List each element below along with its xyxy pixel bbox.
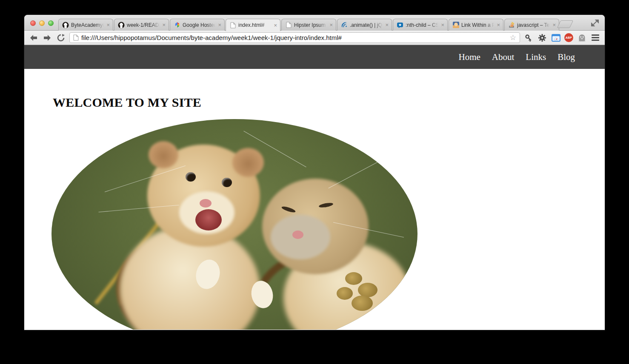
tab-week1-readme[interactable]: week-1/READM ×	[114, 19, 169, 31]
seed-cluster	[358, 283, 377, 297]
tab-title: javascript – Tes	[517, 22, 550, 28]
tab-hipster-ipsum[interactable]: Hipster Ipsum | ×	[281, 19, 336, 31]
left-mouse-eye	[222, 178, 232, 187]
settings-gear-extension-icon[interactable]	[537, 33, 547, 43]
tab-title: ByteAcademyCo	[71, 22, 104, 28]
left-mouse-eye	[186, 172, 196, 182]
nav-link-blog[interactable]: Blog	[558, 52, 575, 63]
close-window-button[interactable]	[30, 20, 36, 26]
nav-link-about[interactable]: About	[492, 52, 515, 63]
zoom-window-button[interactable]	[48, 20, 54, 26]
page-title: WELCOME TO MY SITE	[53, 95, 605, 110]
tab-title: week-1/READM	[127, 22, 160, 28]
tab-close-icon[interactable]: ×	[440, 22, 445, 28]
seed-cluster	[352, 296, 373, 311]
tab-title: .animate() | jQu	[350, 22, 383, 28]
left-mouse-ear	[232, 148, 264, 177]
whisker	[328, 152, 396, 188]
stackoverflow-icon	[508, 22, 515, 28]
window-controls	[30, 20, 54, 26]
page-document-icon	[73, 34, 79, 41]
seed-cluster	[337, 287, 353, 300]
chrome-menu-icon[interactable]	[590, 33, 600, 43]
tab-google-hosted[interactable]: Google Hosted L ×	[170, 19, 225, 31]
avatar-icon	[452, 22, 459, 28]
tab-close-icon[interactable]: ×	[496, 22, 500, 28]
browser-window: ByteAcademyCo × week-1/READM × Google Ho…	[24, 15, 605, 330]
screenshot-window-extension-icon[interactable]	[551, 33, 561, 43]
tab-title: Hipster Ipsum |	[294, 22, 327, 28]
site-nav-bar: Home About Links Blog	[24, 45, 605, 69]
github-icon	[118, 22, 125, 28]
tab-nth-child-css-tricks[interactable]: :nth-child – CSS ×	[393, 19, 448, 31]
right-mouse-nose	[292, 230, 303, 239]
document-icon	[285, 22, 292, 28]
password-key-extension-icon[interactable]	[523, 33, 534, 43]
browser-toolbar: file:///Users/hippopotamus/Documents/byt…	[24, 31, 605, 45]
tab-close-icon[interactable]: ×	[552, 22, 556, 28]
tab-close-icon[interactable]: ×	[273, 23, 277, 28]
web-page: Home About Links Blog WELCOME TO MY SITE	[24, 45, 605, 330]
back-button[interactable]	[29, 33, 39, 43]
tab-list: ByteAcademyCo × week-1/READM × Google Ho…	[58, 19, 560, 31]
hero-image-dormice	[51, 119, 417, 330]
tab-link-within-page[interactable]: Link Within a Pa ×	[449, 19, 503, 31]
bookmark-star-icon[interactable]: ☆	[510, 33, 516, 42]
tab-javascript-test[interactable]: javascript – Tes ×	[504, 19, 559, 31]
tab-close-icon[interactable]: ×	[329, 22, 333, 28]
tab-close-icon[interactable]: ×	[106, 22, 110, 28]
tab-title: Link Within a Pa	[461, 22, 494, 28]
address-bar[interactable]: file:///Users/hippopotamus/Documents/byt…	[69, 32, 520, 43]
forward-button[interactable]	[42, 33, 52, 43]
css-tricks-icon	[397, 22, 403, 28]
left-mouse-ear	[149, 141, 178, 168]
github-icon	[62, 22, 69, 28]
adblock-plus-extension-icon[interactable]: ABP	[564, 33, 573, 42]
reload-button[interactable]	[56, 33, 66, 43]
fullscreen-expand-icon[interactable]	[591, 19, 599, 27]
tab-jquery-animate[interactable]: .animate() | jQu ×	[337, 19, 392, 31]
tab-title: index.html#	[238, 22, 271, 28]
seed-cluster	[345, 272, 362, 285]
jquery-icon	[341, 22, 348, 28]
tab-close-icon[interactable]: ×	[217, 22, 222, 28]
document-icon	[229, 22, 236, 28]
tab-close-icon[interactable]: ×	[385, 22, 389, 28]
ghostery-extension-icon[interactable]	[577, 33, 587, 43]
url-text[interactable]: file:///Users/hippopotamus/Documents/byt…	[81, 34, 507, 41]
tab-index-html-active[interactable]: index.html# ×	[226, 19, 280, 31]
tab-close-icon[interactable]: ×	[162, 22, 166, 28]
tab-byteacademy[interactable]: ByteAcademyCo ×	[58, 19, 113, 31]
tab-title: Google Hosted L	[183, 22, 215, 28]
minimize-window-button[interactable]	[39, 20, 45, 26]
left-mouse-nose	[200, 199, 212, 208]
new-tab-button[interactable]	[557, 20, 573, 28]
left-mouse-open-mouth	[195, 209, 222, 230]
nav-link-links[interactable]: Links	[526, 52, 546, 63]
google-icon	[174, 22, 180, 28]
nav-link-home[interactable]: Home	[458, 52, 480, 63]
tab-strip: ByteAcademyCo × week-1/READM × Google Ho…	[24, 15, 605, 31]
tab-title: :nth-child – CSS	[406, 22, 438, 28]
